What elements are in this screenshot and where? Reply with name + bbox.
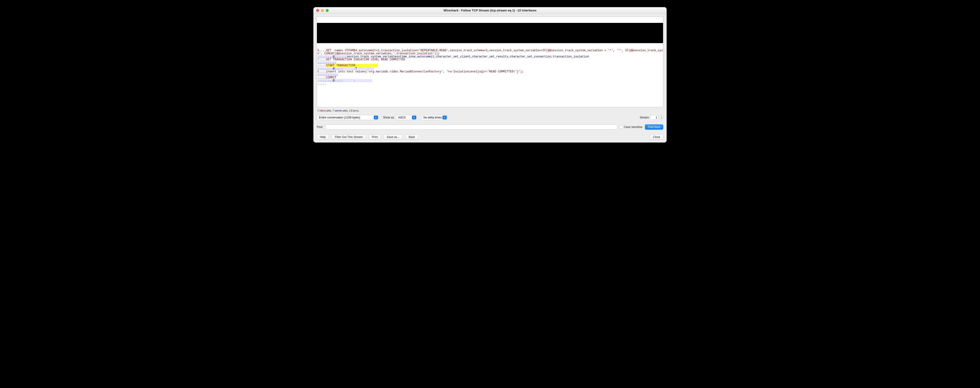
filter-out-stream-button[interactable]: Filter Out This Stream — [332, 135, 366, 140]
stats-client-word: client — [319, 109, 326, 112]
show-as-select[interactable]: ASCII — [396, 115, 417, 120]
stream-line: ..... — [317, 82, 326, 86]
back-button[interactable]: Back — [406, 135, 418, 140]
window-controls — [316, 9, 329, 12]
stats-text: pkts, 13 turns. — [342, 109, 359, 112]
stream-number-input[interactable] — [651, 115, 659, 120]
case-sensitive-label: Case sensitive — [624, 125, 643, 129]
bottom-button-row: Help Filter Out This Stream Print Save a… — [317, 131, 663, 140]
stats-text: pkts, 7 — [326, 109, 335, 112]
stream-fragment — [355, 79, 372, 82]
chevron-updown-icon — [374, 116, 378, 119]
stream-line: t....insert into test values('org.mariad… — [317, 70, 523, 73]
window-title: Wireshark · Follow TCP Stream (tcp.strea… — [313, 9, 667, 12]
zoom-window-icon[interactable] — [326, 9, 329, 12]
conversation-select-value: Entire conversation (1159 bytes) — [319, 116, 360, 119]
stream-label: Stream — [640, 116, 649, 119]
stream-stepper-buttons: ▲ ▼ — [660, 115, 663, 120]
chevron-updown-icon — [442, 116, 447, 119]
content-area: 5....SET names UTF8MB4,autocommit=1,tran… — [313, 14, 667, 143]
case-sensitive-option[interactable]: Case sensitive — [620, 125, 643, 129]
stepper-up-icon[interactable]: ▲ — [660, 116, 663, 118]
stats-server-word: server — [335, 109, 342, 112]
titlebar: Wireshark · Follow TCP Stream (tcp.strea… — [313, 7, 667, 14]
show-as-value: ASCII — [398, 116, 406, 119]
print-button[interactable]: Print — [369, 135, 381, 140]
conversation-select[interactable]: Entire conversation (1159 bytes) — [317, 115, 379, 120]
delta-times-select[interactable]: No delta times — [421, 115, 447, 120]
find-next-button[interactable]: Find Next — [645, 124, 663, 130]
help-button[interactable]: Help — [317, 135, 329, 140]
stepper-down-icon[interactable]: ▼ — [660, 118, 663, 120]
stats-text: 7 — [317, 109, 319, 112]
find-row: Find: Case sensitive Find Next — [317, 122, 663, 130]
find-input[interactable] — [326, 124, 617, 130]
show-as-group: Show as ASCII — [383, 115, 417, 120]
wireshark-follow-stream-window: Wireshark · Follow TCP Stream (tcp.strea… — [313, 7, 667, 143]
tcp-stream-text[interactable]: 5....SET names UTF8MB4,autocommit=1,tran… — [317, 17, 663, 107]
stream-lines: 5....SET names UTF8MB4,autocommit=1,tran… — [317, 49, 663, 85]
show-as-label: Show as — [383, 116, 394, 119]
close-button[interactable]: Close — [650, 135, 663, 140]
delta-times-value: No delta times — [423, 116, 442, 119]
chevron-updown-icon — [412, 116, 416, 119]
packet-stats: 7 client pkts, 7 server pkts, 13 turns. — [317, 109, 663, 112]
stream-stepper: Stream ▲ ▼ — [640, 115, 663, 120]
close-window-icon[interactable] — [316, 9, 319, 12]
save-as-button[interactable]: Save as... — [384, 135, 402, 140]
checkbox-icon[interactable] — [620, 125, 623, 129]
binary-redacted-band — [317, 23, 663, 43]
controls-row: Entire conversation (1159 bytes) Show as… — [317, 114, 663, 120]
find-label: Find: — [317, 125, 323, 129]
minimize-window-icon[interactable] — [321, 9, 324, 12]
